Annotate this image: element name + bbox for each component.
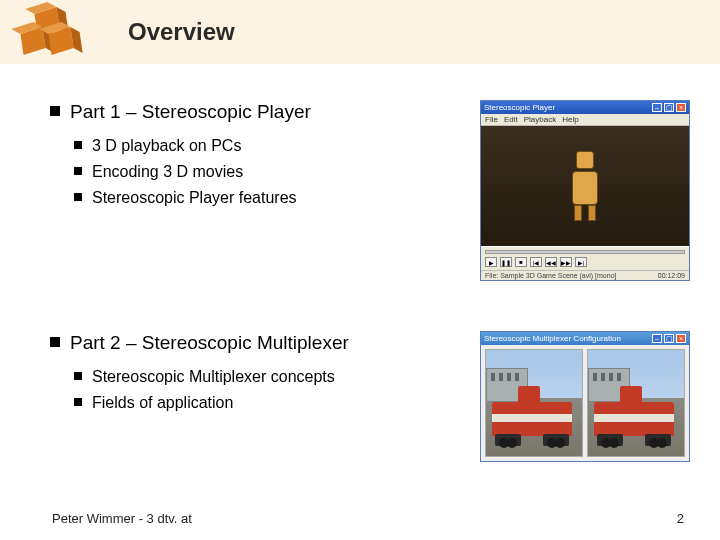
window-titlebar: Stereoscopic Multiplexer Configuration –… — [481, 332, 689, 345]
list-item: Fields of application — [74, 392, 460, 414]
menu-item: Playback — [524, 115, 556, 124]
prev-icon: |◀ — [530, 257, 542, 267]
close-icon: × — [676, 103, 686, 112]
app-window-player: Stereoscopic Player – ▢ × File Edit Play… — [480, 100, 690, 281]
section-part2: Part 2 – Stereoscopic Multiplexer Stereo… — [50, 331, 690, 462]
logo-cubes — [20, 8, 80, 56]
list-item-text: Encoding 3 D movies — [92, 161, 243, 183]
player-controls: ▶ ❚❚ ■ |◀ ◀◀ ▶▶ ▶| — [481, 246, 689, 270]
pause-icon: ❚❚ — [500, 257, 512, 267]
menu-item: File — [485, 115, 498, 124]
rewind-icon: ◀◀ — [545, 257, 557, 267]
next-icon: ▶| — [575, 257, 587, 267]
list-item-text: 3 D playback on PCs — [92, 135, 241, 157]
status-bar: File: Sample 3D Game Scene (avi) [mono] … — [481, 270, 689, 280]
status-time: 00:12:09 — [658, 272, 685, 279]
maximize-icon: ▢ — [664, 103, 674, 112]
square-bullet-icon — [74, 372, 82, 380]
seek-slider — [485, 250, 685, 254]
left-eye-frame — [485, 349, 583, 457]
video-viewport — [481, 126, 689, 246]
square-bullet-icon — [74, 167, 82, 175]
app-window-multiplexer: Stereoscopic Multiplexer Configuration –… — [480, 331, 690, 462]
status-text: File: Sample 3D Game Scene (avi) [mono] — [485, 272, 617, 279]
bullet-part1: Part 1 – Stereoscopic Player — [50, 100, 460, 125]
list-item: 3 D playback on PCs — [74, 135, 460, 157]
list-item: Stereoscopic Multiplexer concepts — [74, 366, 460, 388]
slide-title: Overview — [128, 18, 235, 46]
menu-item: Edit — [504, 115, 518, 124]
stop-icon: ■ — [515, 257, 527, 267]
bullet-text: Part 2 – Stereoscopic Multiplexer — [70, 331, 349, 356]
list-item-text: Fields of application — [92, 392, 233, 414]
list-item-text: Stereoscopic Player features — [92, 187, 297, 209]
list-item: Stereoscopic Player features — [74, 187, 460, 209]
list-item-text: Stereoscopic Multiplexer concepts — [92, 366, 335, 388]
section-part1: Part 1 – Stereoscopic Player 3 D playbac… — [50, 100, 690, 281]
window-title: Stereoscopic Player — [484, 103, 555, 112]
close-icon: × — [676, 334, 686, 343]
minimize-icon: – — [652, 103, 662, 112]
square-bullet-icon — [74, 193, 82, 201]
slide-footer: Peter Wimmer - 3 dtv. at 2 — [0, 504, 720, 540]
slide-body: Part 1 – Stereoscopic Player 3 D playbac… — [50, 100, 690, 480]
maximize-icon: ▢ — [664, 334, 674, 343]
square-bullet-icon — [74, 141, 82, 149]
right-eye-frame — [587, 349, 685, 457]
stereo-preview — [481, 345, 689, 461]
window-title: Stereoscopic Multiplexer Configuration — [484, 334, 621, 343]
window-titlebar: Stereoscopic Player – ▢ × — [481, 101, 689, 114]
window-menubar: File Edit Playback Help — [481, 114, 689, 126]
bullet-text: Part 1 – Stereoscopic Player — [70, 100, 311, 125]
forward-icon: ▶▶ — [560, 257, 572, 267]
thumbnail-player: Stereoscopic Player – ▢ × File Edit Play… — [480, 100, 690, 281]
square-bullet-icon — [50, 106, 60, 116]
thumbnail-multiplexer: Stereoscopic Multiplexer Configuration –… — [480, 331, 690, 462]
bullet-part2: Part 2 – Stereoscopic Multiplexer — [50, 331, 460, 356]
square-bullet-icon — [74, 398, 82, 406]
play-icon: ▶ — [485, 257, 497, 267]
robot-figure — [565, 151, 605, 221]
page-number: 2 — [677, 511, 684, 526]
list-item: Encoding 3 D movies — [74, 161, 460, 183]
square-bullet-icon — [50, 337, 60, 347]
minimize-icon: – — [652, 334, 662, 343]
slide-header: Overview — [0, 0, 720, 64]
footer-author: Peter Wimmer - 3 dtv. at — [52, 511, 192, 526]
menu-item: Help — [562, 115, 578, 124]
